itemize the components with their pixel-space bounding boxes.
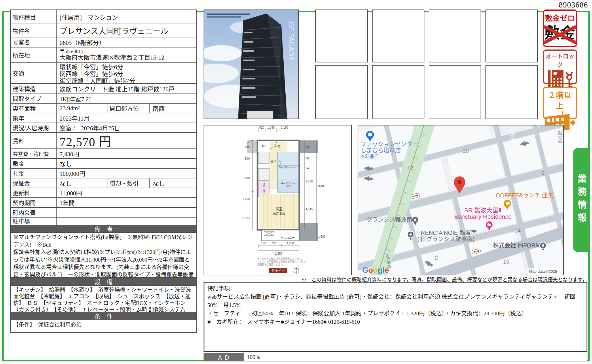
- map-attribution: Map data ©2025: [529, 269, 557, 274]
- dim-label: 2,180: [242, 176, 250, 180]
- key-money-value: 100,000円: [57, 169, 196, 178]
- photo-watermark: OF FACADE: [287, 22, 295, 61]
- table-row: 間取タイプ 1K[洋室7.2]: [11, 94, 196, 103]
- ad-value: 100%: [244, 353, 587, 361]
- row-label: 契約期間: [11, 198, 57, 207]
- deposit-value: なし: [57, 159, 196, 168]
- location-map: 勘助橋筋 大和路線 御堂筋 17 10 9 8 14 15 2 ファッションセン…: [358, 125, 564, 275]
- dim-label: 1,500: [318, 235, 325, 238]
- row-label: 保証金: [11, 178, 57, 188]
- dim-label: 8,400: [318, 185, 325, 188]
- block-number: 15: [503, 258, 509, 265]
- dim-label: 620: [259, 126, 264, 129]
- table-row: 駐車場: [11, 217, 196, 225]
- no-deposit-badge-title: 敷金ゼロ: [544, 12, 576, 23]
- block-number: 10: [462, 148, 469, 154]
- rent-value: 72,570 円: [57, 133, 196, 148]
- equipment-text: 【キッチン】 給湯器 【水廻り】 浴室乾燥機・シャワートイレ・洗髪洗面化粧台 【…: [11, 285, 196, 312]
- row-label: 駐車場: [11, 218, 57, 225]
- property-name-value: プレサンス大国町ラヴェニール: [57, 24, 196, 37]
- table-row: 築年 2023年11月: [11, 113, 196, 123]
- poi-label-shimamura: しまむら塩草店: [360, 147, 401, 154]
- dim-label: 940: [306, 167, 310, 170]
- property-type-value: [住居用] マンション: [57, 10, 196, 24]
- floorplan-note: 変更図をご確認ください。: [257, 263, 285, 266]
- access-line: 関西線「今宮」徒歩6分: [60, 70, 194, 77]
- no-deposit-badge: 敷金ゼロ 敷金: [543, 9, 577, 47]
- image-placeholder-box: [429, 9, 481, 62]
- room-number-value: 0605（6階部分）: [57, 37, 196, 47]
- parking-value: [57, 218, 196, 225]
- room-label-main: 洋室: [276, 207, 282, 211]
- special-notes-title: 特記事項：: [207, 284, 584, 293]
- special-notes-box: 特記事項： webサービス広告掲載 [許可]・チラシ、雑誌等掲載広告 [許可]・…: [204, 282, 587, 352]
- room-label-entrance: 玄関: [275, 144, 280, 148]
- table-row: 契約期間 1年間: [11, 197, 196, 207]
- table-row: 交通 環状線「今宮」徒歩6分 関西線「今宮」徒歩6分 御堂筋線「大国町」徒歩7分: [11, 62, 196, 83]
- upper-floor-badge: ２階以上: [543, 87, 577, 119]
- row-label: 所在地: [11, 47, 57, 62]
- table-row: 所在地 〒556-0015 大阪府大阪市浪速区敷津西２丁目16-12: [11, 47, 196, 62]
- upper-floor-badge-title: ２階以上: [544, 89, 576, 110]
- table-row: 更新料 11,000円: [11, 188, 196, 197]
- dim-label: 2,850: [275, 252, 282, 255]
- structure-value: 鉄筋コンクリート造 地上15階 総戸数126戸: [57, 84, 196, 94]
- floorplan-note: ※このタイプ図は○4号室を表示しています。: [257, 257, 303, 260]
- row-label: 礼金: [11, 169, 57, 178]
- table-row: 専有面積 23.94m² 開口部方位 南西: [11, 103, 196, 113]
- image-placeholder-box: [485, 65, 538, 119]
- facing-value: 南西: [150, 104, 196, 113]
- autolock-badge-title: オートロック: [544, 52, 576, 68]
- image-placeholder-box: [429, 65, 481, 119]
- row-label: 築年: [11, 113, 57, 123]
- row-label: 号室名: [11, 37, 57, 47]
- row-label: 間取タイプ: [11, 94, 57, 103]
- dim-label: 650: [261, 242, 266, 245]
- image-placeholder-box: [315, 65, 368, 119]
- amortization-value: なし: [150, 178, 196, 188]
- poi-label-shimamura: 衣料品店: [360, 154, 379, 159]
- fee-value: 7,430円: [57, 149, 196, 158]
- special-notes-line: ・セーフティー 初回50% 年10・保険：保険要加入 1年契約・プレサポ２４：1…: [207, 309, 584, 318]
- layout-value: 1K[洋室7.2]: [57, 94, 196, 103]
- floorplan-note: バルコニー手摺形状と種別は各号室タイプ及び: [257, 260, 306, 263]
- compass-icon: [294, 264, 299, 273]
- table-row: 礼金 100,000円: [11, 168, 196, 178]
- row-label: 現況/入居時期: [11, 123, 57, 132]
- room-label-powder: パウダールーム: [280, 166, 296, 169]
- map-image: 勘助橋筋 大和路線 御堂筋 17 10 9 8 14 15 2 ファッションセン…: [358, 125, 563, 275]
- property-table: 物件種目 [住居用] マンション 物件名 プレサンス大国町ラヴェニール 号室名 …: [10, 9, 197, 333]
- dim-label: 4,045: [306, 208, 313, 211]
- table-row: 賃料 72,570 円: [11, 132, 196, 148]
- table-row: 物件名 プレサンス大国町ラヴェニール: [11, 24, 196, 37]
- room-label-bath: ユニットバス: [281, 182, 295, 184]
- room-label-closet: クローゼット: [263, 183, 265, 196]
- row-label: 物件種目: [11, 10, 57, 24]
- dim-label: 995: [306, 146, 310, 149]
- table-row: 物件種目 [住居用] マンション: [11, 10, 196, 24]
- table-row: 現況/入居時期 空室 / 2026年4月25日: [11, 123, 196, 132]
- block-number: 2: [435, 254, 438, 261]
- built-year-value: 2023年11月: [57, 113, 196, 123]
- block-number: 9: [541, 170, 544, 176]
- row-label: 専有面積: [11, 104, 57, 113]
- guarantee-value: なし: [57, 178, 107, 188]
- remarks-header: 備 考: [11, 225, 196, 232]
- dim-label: 1,290: [286, 242, 294, 245]
- special-notes-line: ■ カギ所在： スマサポキー■ジョイナー1660■ 0120-619-610: [207, 318, 584, 326]
- business-info-tab-label: 業務情報: [575, 174, 588, 226]
- row-label: 物件名: [11, 24, 57, 37]
- plan-type-label: Ｄタイプ: [272, 269, 284, 272]
- dim-label: 1,100: [242, 197, 250, 201]
- dim-label: 1,040: [267, 126, 274, 129]
- table-row: 共益費・管理費 7,430円: [11, 148, 196, 158]
- poi-label-gransis: グランシス難波南: [366, 217, 412, 223]
- access-line: 御堂筋線「大国町」徒歩7分: [60, 77, 194, 84]
- autolock-badge: オートロック: [543, 49, 577, 84]
- conditions-text: 【条件】 保証会社利用必須: [11, 320, 196, 332]
- building-photo: OF FACADE: [204, 9, 299, 119]
- renewal-fee-value: 11,000円: [57, 188, 196, 197]
- dim-label: 800: [245, 157, 250, 160]
- floorplan-drawing: 620 1,040 1,190: [204, 125, 351, 275]
- row-label: 賃料: [11, 133, 57, 148]
